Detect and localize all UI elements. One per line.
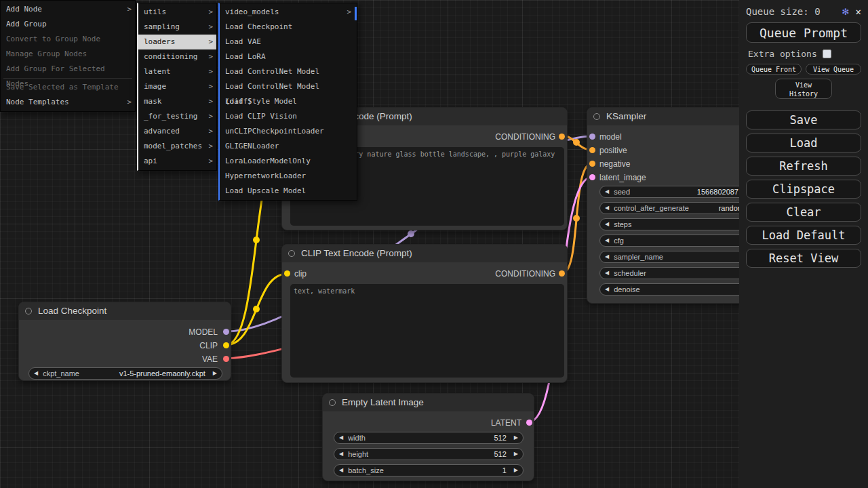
decrement-arrow-icon[interactable]: ◀ [600, 284, 614, 295]
widget-steps[interactable]: ◀ steps [599, 218, 758, 230]
widget-value[interactable]: 1 [502, 466, 509, 474]
output-slot-conditioning[interactable] [559, 270, 565, 277]
increment-arrow-icon[interactable]: ▶ [509, 449, 523, 460]
widget-cfg[interactable]: ◀ cfg [599, 235, 758, 247]
node-load-checkpoint[interactable]: Load Checkpoint MODEL CLIP VAE ◀ ckpt_na… [18, 302, 231, 381]
increment-arrow-icon[interactable]: ▶ [509, 465, 523, 476]
widget-denoise[interactable]: ◀ denoise [599, 283, 758, 296]
menu-item-model-patches[interactable]: model_patches > [138, 139, 216, 154]
increment-arrow-icon[interactable]: ▶ [208, 368, 222, 379]
node-title[interactable]: KSampler [587, 108, 762, 125]
menu-item-load-vae[interactable]: Load VAE [220, 35, 357, 49]
menu-item-latent[interactable]: latent > [138, 64, 216, 79]
menu-item-loaders[interactable]: loaders > [138, 35, 216, 49]
widget-batch-size[interactable]: ◀ batch_size 1 ▶ [334, 464, 524, 476]
node-title[interactable]: CLIP Text Encode (Prompt) [282, 245, 567, 262]
settings-gear-icon[interactable]: ✻ [842, 6, 849, 17]
menu-item-load-controlnet-model-diff[interactable]: Load ControlNet Model (diff) [220, 79, 357, 94]
menu-item-mask[interactable]: mask > [138, 94, 216, 109]
node-title[interactable]: Load Checkpoint [19, 302, 231, 320]
output-slot-conditioning[interactable] [559, 134, 565, 140]
decrement-arrow-icon[interactable]: ◀ [334, 449, 348, 460]
menu-item-add-group-for-selected-nodes[interactable]: Add Group For Selected Nodes [1, 62, 135, 77]
decrement-arrow-icon[interactable]: ◀ [600, 251, 614, 262]
node-empty-latent-image[interactable]: Empty Latent Image LATENT ◀ width 512 ▶ … [322, 393, 534, 481]
menu-item-image[interactable]: image > [138, 79, 216, 94]
menu-item-gligen-loader[interactable]: GLIGENLoader [220, 139, 357, 154]
menu-item-sampling[interactable]: sampling > [138, 20, 216, 35]
node-clip-text-encode-2[interactable]: CLIP Text Encode (Prompt) clip CONDITION… [281, 244, 568, 383]
view-queue-button[interactable]: View Queue [806, 64, 861, 75]
decrement-arrow-icon[interactable]: ◀ [600, 268, 614, 279]
menu-item-lora-loader-model-only[interactable]: LoraLoaderModelOnly [220, 154, 357, 169]
menu-item-save-selected-as-template[interactable]: Save Selected as Template [1, 80, 135, 95]
widget-value[interactable]: v1-5-pruned-emaonly.ckpt [119, 369, 208, 378]
close-icon[interactable]: ✕ [856, 7, 861, 16]
refresh-button[interactable]: Refresh [746, 157, 861, 176]
menu-item-convert-to-group-node[interactable]: Convert to Group Node [1, 32, 135, 47]
collapse-dot-icon[interactable] [288, 250, 295, 257]
output-slot-model[interactable] [223, 329, 229, 335]
input-slot-clip[interactable] [284, 270, 290, 277]
menu-header[interactable]: Queue size: 0 ✻ ✕ [739, 0, 868, 17]
menu-item-load-controlnet-model[interactable]: Load ControlNet Model [220, 64, 357, 79]
menu-item-add-node[interactable]: Add Node > [1, 2, 135, 17]
input-slot-latent-image[interactable] [589, 174, 595, 180]
menu-item-conditioning[interactable]: conditioning > [138, 49, 216, 64]
widget-ckpt-name[interactable]: ◀ ckpt_name v1-5-pruned-emaonly.ckpt ▶ [28, 367, 222, 380]
clear-button[interactable]: Clear [746, 203, 861, 222]
view-history-button[interactable]: View History [775, 79, 832, 99]
widget-value[interactable]: 512 [494, 450, 509, 458]
increment-arrow-icon[interactable]: ▶ [509, 432, 523, 443]
menu-item-api[interactable]: api > [138, 154, 216, 169]
widget-value[interactable]: 512 [494, 434, 509, 442]
menu-item-load-upscale-model[interactable]: Load Upscale Model [220, 184, 357, 199]
decrement-arrow-icon[interactable]: ◀ [334, 465, 348, 476]
collapse-dot-icon[interactable] [329, 399, 336, 406]
widget-seed[interactable]: ◀ seed 1566802087 [599, 186, 758, 198]
menu-item-video-models[interactable]: video_models > [220, 5, 357, 20]
menu-item-load-lora[interactable]: Load LoRA [220, 49, 357, 64]
decrement-arrow-icon[interactable]: ◀ [600, 235, 614, 246]
reset-view-button[interactable]: Reset View [746, 249, 861, 268]
widget-sampler-name[interactable]: ◀ sampler_name [599, 251, 758, 263]
menu-item-load-style-model[interactable]: Load Style Model [220, 94, 357, 109]
decrement-arrow-icon[interactable]: ◀ [600, 186, 614, 197]
save-button[interactable]: Save [746, 110, 861, 129]
menu-item-utils[interactable]: utils > [138, 5, 216, 20]
input-slot-negative[interactable] [589, 161, 595, 167]
node-ksampler[interactable]: KSampler model positive negative latent_… [587, 107, 763, 304]
menu-item-for-testing[interactable]: _for_testing > [138, 109, 216, 124]
node-title[interactable]: Empty Latent Image [323, 394, 534, 411]
load-button[interactable]: Load [746, 134, 861, 152]
menu-item-hypernetwork-loader[interactable]: HypernetworkLoader [220, 169, 357, 184]
input-slot-model[interactable] [589, 134, 595, 140]
decrement-arrow-icon[interactable]: ◀ [334, 432, 348, 443]
load-default-button[interactable]: Load Default [746, 226, 861, 245]
widget-control-after-generate[interactable]: ◀ control_after_generate randomize [599, 202, 758, 214]
decrement-arrow-icon[interactable]: ◀ [600, 219, 614, 230]
menu-item-add-group[interactable]: Add Group [1, 17, 135, 32]
prompt-textarea[interactable]: text, watermark [290, 284, 564, 378]
clipspace-button[interactable]: Clipspace [746, 180, 861, 199]
extra-options-checkbox[interactable] [823, 49, 831, 58]
node-canvas[interactable]: { "context_menus": { "main": { "items": … [0, 0, 868, 488]
decrement-arrow-icon[interactable]: ◀ [29, 368, 43, 379]
menu-item-advanced[interactable]: advanced > [138, 124, 216, 139]
output-slot-latent[interactable] [526, 420, 532, 426]
queue-prompt-button[interactable]: Queue Prompt [746, 22, 861, 43]
decrement-arrow-icon[interactable]: ◀ [600, 203, 614, 214]
collapse-dot-icon[interactable] [25, 308, 32, 314]
widget-scheduler[interactable]: ◀ scheduler [599, 267, 758, 279]
output-slot-vae[interactable] [223, 356, 229, 362]
widget-height[interactable]: ◀ height 512 ▶ [334, 448, 524, 460]
collapse-dot-icon[interactable] [593, 113, 600, 120]
menu-item-load-checkpoint[interactable]: Load Checkpoint [220, 20, 357, 35]
queue-front-button[interactable]: Queue Front [746, 64, 802, 75]
menu-item-unclip-checkpoint-loader[interactable]: unCLIPCheckpointLoader [220, 124, 357, 139]
output-slot-clip[interactable] [223, 342, 229, 348]
widget-width[interactable]: ◀ width 512 ▶ [334, 432, 524, 444]
input-slot-positive[interactable] [589, 147, 595, 153]
menu-item-load-clip-vision[interactable]: Load CLIP Vision [220, 109, 357, 124]
menu-item-manage-group-nodes[interactable]: Manage Group Nodes [1, 47, 135, 62]
